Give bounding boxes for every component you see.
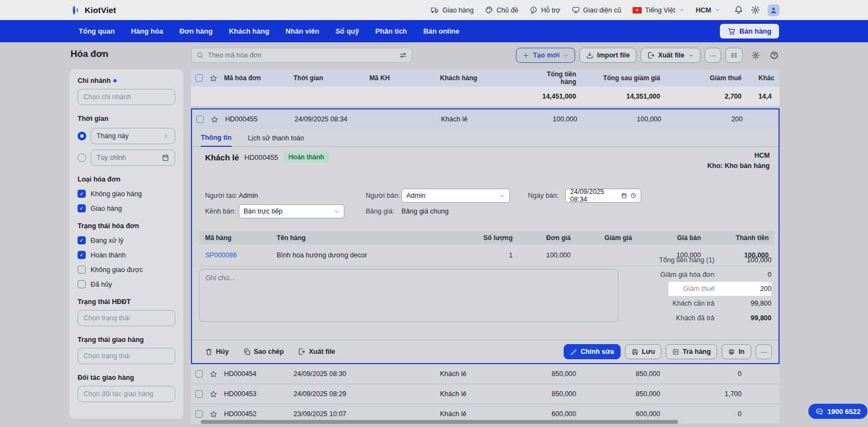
nav-item-products[interactable]: Hàng hóa xyxy=(131,27,163,35)
row-checkbox[interactable] xyxy=(195,390,203,398)
export-label: Xuất file xyxy=(309,348,335,355)
nav-item-cashbook[interactable]: Sổ quỹ xyxy=(335,27,359,35)
channel-value: Bán trực tiếp xyxy=(244,208,283,215)
channel-select[interactable]: Bán trực tiếp xyxy=(239,204,344,218)
star-icon[interactable] xyxy=(210,115,219,124)
main-nav: Tổng quan Hàng hóa Đơn hàng Khách hàng N… xyxy=(0,20,868,42)
checkbox-undeliverable[interactable]: Không giao được xyxy=(78,266,175,274)
tab-info[interactable]: Thông tin xyxy=(201,134,232,147)
branch-filter-input[interactable] xyxy=(78,89,175,105)
table-row[interactable]: HD000453 24/09/2025 08:29 Khách lẻ 850,0… xyxy=(191,384,780,404)
seller-select[interactable]: Admin xyxy=(401,189,510,203)
return-goods-button[interactable]: Trả hàng xyxy=(666,344,717,359)
table-row[interactable]: HD000454 24/09/2025 08:30 Khách lẻ 850,0… xyxy=(191,364,780,384)
col-other[interactable]: Khác xyxy=(746,74,780,82)
time-custom-button[interactable]: Tùy chỉnh xyxy=(91,150,175,166)
cell-total: 600,000 xyxy=(532,410,580,418)
status-badge: Hoàn thành xyxy=(284,152,329,163)
time-custom-radio[interactable] xyxy=(78,153,86,162)
star-icon[interactable] xyxy=(209,370,218,378)
horizontal-scrollbar[interactable] xyxy=(201,420,678,424)
checkbox-cancelled[interactable]: Đã hủy xyxy=(78,280,175,288)
topbar-link-label: Chủ đề xyxy=(496,7,518,14)
total-goods-value: 100,000 xyxy=(714,256,771,264)
star-icon[interactable] xyxy=(209,410,218,418)
row-checkbox[interactable] xyxy=(195,410,203,418)
more-actions-button[interactable]: ⋯ xyxy=(705,48,722,63)
tax-discount-field[interactable]: Giảm thuế200 xyxy=(668,282,771,296)
filter-sliders-icon[interactable] xyxy=(399,51,407,59)
col-tax-discount[interactable]: Giảm thuế xyxy=(665,74,746,82)
col-time[interactable]: Thời gian xyxy=(293,74,369,82)
row-checkbox[interactable] xyxy=(196,115,204,123)
support-chat-button[interactable]: 1900 6522 xyxy=(808,404,867,419)
page-title: Hóa đơn xyxy=(71,49,108,60)
star-icon[interactable] xyxy=(209,74,218,82)
print-button[interactable]: In xyxy=(722,344,751,359)
col-after-discount[interactable]: Tổng sau giảm giá xyxy=(580,74,665,82)
search-icon xyxy=(196,51,204,59)
nav-item-online[interactable]: Bán online xyxy=(423,27,459,35)
sale-date-input[interactable]: 24/09/2025 08:34 xyxy=(565,189,641,203)
sale-date-label: Ngày bán: xyxy=(528,192,559,199)
pcol-amount: Thành tiền xyxy=(706,234,774,242)
topbar-link-delivery[interactable]: Giao hàng xyxy=(431,6,474,14)
checkbox-delivery[interactable]: ✓Giao hàng xyxy=(78,204,175,212)
nav-item-orders[interactable]: Đơn hàng xyxy=(180,27,213,35)
tab-payment-history[interactable]: Lịch sử thanh toán xyxy=(248,134,304,146)
col-total[interactable]: Tổng tiền hàng xyxy=(532,70,580,86)
col-customer[interactable]: Khách hàng xyxy=(440,74,532,82)
delivery-status-label: Trạng thái giao hàng xyxy=(78,336,175,344)
cancel-invoice-button[interactable]: Hủy xyxy=(205,348,229,355)
nav-item-staff[interactable]: Nhân viên xyxy=(285,27,319,35)
kiotviet-logo[interactable]: KiotViet xyxy=(71,0,116,20)
branch-selector[interactable]: HCM xyxy=(696,7,720,14)
delivery-status-input[interactable] xyxy=(78,348,175,364)
cell-invoice-id: HD000455 xyxy=(221,115,295,123)
help-button[interactable] xyxy=(769,48,780,63)
gear-icon[interactable] xyxy=(751,5,760,15)
language-selector[interactable]: ★Tiếng Việt xyxy=(633,7,685,14)
nav-item-overview[interactable]: Tổng quan xyxy=(79,27,114,35)
topbar-link-support[interactable]: Hỗ trợ xyxy=(529,6,560,14)
nav-item-analytics[interactable]: Phân tích xyxy=(375,27,407,35)
import-file-button[interactable]: Import file xyxy=(579,48,636,63)
column-settings-button[interactable] xyxy=(725,48,743,63)
detail-action-bar: Hủy Sao chép Xuất file Chỉnh sửa Lưu Trả… xyxy=(192,340,778,363)
detail-more-button[interactable]: ⋯ xyxy=(756,344,773,359)
delivery-partner-input[interactable] xyxy=(78,386,175,402)
save-button[interactable]: Lưu xyxy=(625,344,661,359)
topbar-link-theme[interactable]: Chủ đề xyxy=(485,6,518,14)
export-file-button[interactable]: Xuất file xyxy=(641,48,700,63)
star-icon[interactable] xyxy=(209,390,218,398)
time-preset-radio[interactable] xyxy=(78,132,86,140)
export-invoice-button[interactable]: Xuất file xyxy=(298,348,335,355)
checkbox-processing[interactable]: ✓Đang xử lý xyxy=(78,236,175,244)
copy-invoice-button[interactable]: Sao chép xyxy=(243,348,284,355)
checkbox-no-delivery[interactable]: ✓Không giao hàng xyxy=(78,190,175,198)
select-all-checkbox[interactable] xyxy=(195,74,203,82)
nav-item-customers[interactable]: Khách hàng xyxy=(229,27,269,35)
create-new-button[interactable]: Tạo mới xyxy=(516,48,575,63)
search-input[interactable] xyxy=(208,51,395,59)
topbar-link-old-ui[interactable]: Giao diện cũ xyxy=(572,6,621,14)
table-row[interactable]: HD000455 24/09/2025 08:34 Khách lẻ 100,0… xyxy=(192,109,778,129)
time-preset-button[interactable]: Tháng này xyxy=(91,128,175,144)
user-avatar[interactable] xyxy=(768,4,780,16)
checkbox-completed[interactable]: ✓Hoàn thành xyxy=(78,251,175,259)
edit-button[interactable]: Chỉnh sửa xyxy=(564,344,621,359)
row-checkbox[interactable] xyxy=(195,370,203,378)
einvoice-status-input[interactable] xyxy=(78,310,175,326)
seller-label: Người bán: xyxy=(366,192,400,199)
list-settings-button[interactable] xyxy=(747,48,764,63)
col-invoice-id[interactable]: Mã hóa đơn xyxy=(220,74,293,82)
note-textarea[interactable] xyxy=(199,269,618,322)
invoice-status-label: Trạng thái hóa đơn xyxy=(78,222,175,230)
cell-tax-discount: 200 xyxy=(666,115,747,123)
bell-icon[interactable] xyxy=(734,5,743,15)
customer-paid-label: Khách đã trả xyxy=(676,314,714,322)
expanded-invoice-block: HD000455 24/09/2025 08:34 Khách lẻ 100,0… xyxy=(191,108,780,364)
sell-button[interactable]: Bán hàng xyxy=(720,24,779,38)
product-code-link[interactable]: SP000086 xyxy=(199,251,271,259)
col-customer-code[interactable]: Mã KH xyxy=(369,74,440,82)
